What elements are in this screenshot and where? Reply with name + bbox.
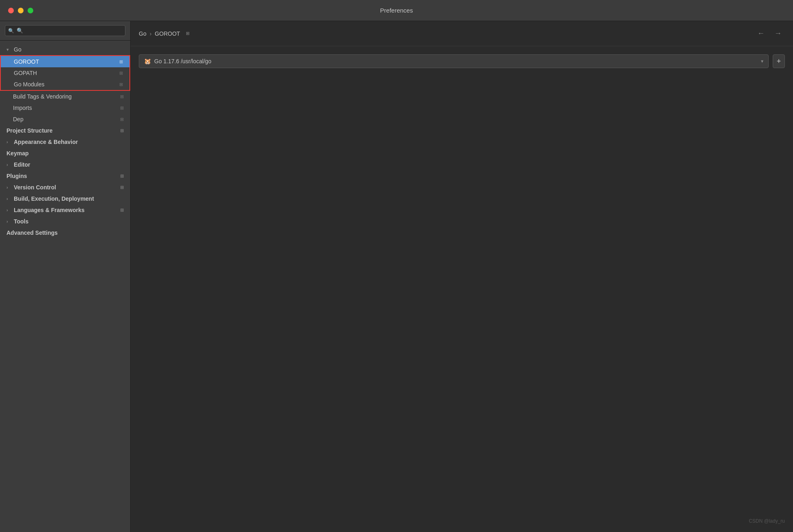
- chevron-right-icon: ›: [6, 162, 11, 167]
- content-body: 🐹 Go 1.17.6 /usr/local/go ▾ +: [131, 46, 793, 532]
- watermark: CSDN @lady_ru: [749, 518, 785, 524]
- sdk-select-left: 🐹 Go 1.17.6 /usr/local/go: [144, 58, 211, 64]
- sidebar-item-label: Tools: [14, 218, 28, 225]
- sidebar-item-label: Advanced Settings: [6, 230, 58, 236]
- settings-icon: ⊞: [120, 117, 124, 122]
- sidebar-item-go[interactable]: ▾ Go: [0, 44, 130, 55]
- sidebar-item-label: Languages & Frameworks: [14, 207, 84, 213]
- sidebar-item-editor[interactable]: › Editor: [0, 159, 130, 170]
- sidebar-item-label: Go: [14, 46, 22, 53]
- maximize-button[interactable]: [28, 8, 33, 13]
- sdk-row: 🐹 Go 1.17.6 /usr/local/go ▾ +: [139, 54, 785, 68]
- sdk-add-button[interactable]: +: [773, 54, 785, 68]
- sidebar-item-go-modules[interactable]: Go Modules ⊞: [1, 79, 129, 90]
- sidebar-item-label: Build Tags & Vendoring: [13, 93, 72, 100]
- sidebar-item-imports[interactable]: Imports ⊞: [0, 102, 130, 114]
- search-input[interactable]: [5, 25, 125, 36]
- search-box: 🔍: [0, 21, 130, 41]
- titlebar-buttons: [8, 8, 33, 13]
- breadcrumb-goroot: GOROOT: [155, 30, 180, 37]
- sidebar-tree: ▾ Go GOROOT ⊞ GOPATH ⊞ Go Modules ⊞: [0, 41, 130, 532]
- sidebar-item-label: Go Modules: [14, 81, 44, 88]
- sidebar-item-label: GOPATH: [14, 70, 37, 76]
- settings-icon: ⊞: [120, 185, 124, 190]
- content-area: Go › GOROOT ⊞ ← → 🐹 Go 1.17.6 /usr/local…: [131, 21, 793, 532]
- sidebar-item-project-structure[interactable]: Project Structure ⊞: [0, 125, 130, 136]
- settings-icon: ⊞: [119, 71, 123, 76]
- sidebar-item-build-tags[interactable]: Build Tags & Vendoring ⊞: [0, 91, 130, 102]
- settings-icon: ⊞: [119, 59, 123, 64]
- sidebar-item-advanced-settings[interactable]: Advanced Settings: [0, 227, 130, 238]
- sidebar-item-goroot[interactable]: GOROOT ⊞: [1, 56, 129, 67]
- sidebar-item-gopath[interactable]: GOPATH ⊞: [1, 67, 129, 79]
- go-icon: 🐹: [144, 58, 151, 64]
- sidebar-item-plugins[interactable]: Plugins ⊞: [0, 170, 130, 182]
- back-button[interactable]: ←: [754, 28, 768, 39]
- sidebar-item-label: Imports: [13, 105, 32, 111]
- settings-icon: ⊞: [120, 128, 124, 133]
- sidebar-item-label: Version Control: [14, 184, 56, 191]
- settings-icon: ⊞: [120, 174, 124, 179]
- chevron-right-icon: ›: [6, 196, 11, 201]
- chevron-right-icon: ›: [6, 185, 11, 190]
- breadcrumb-icon: ⊞: [186, 31, 190, 36]
- minimize-button[interactable]: [18, 8, 24, 13]
- window-title: Preferences: [380, 7, 413, 14]
- sidebar-item-label: Build, Execution, Deployment: [14, 195, 94, 202]
- settings-icon: ⊞: [120, 94, 124, 99]
- chevron-right-icon: ›: [6, 219, 11, 224]
- close-button[interactable]: [8, 8, 14, 13]
- sidebar-item-languages-frameworks[interactable]: › Languages & Frameworks ⊞: [0, 204, 130, 216]
- sidebar-item-keymap[interactable]: Keymap: [0, 148, 130, 159]
- sidebar-item-label: Project Structure: [6, 127, 53, 134]
- chevron-down-icon: ▾: [6, 47, 11, 52]
- sidebar-item-dep[interactable]: Dep ⊞: [0, 114, 130, 125]
- sidebar-item-label: Plugins: [6, 173, 27, 179]
- sidebar-item-tools[interactable]: › Tools: [0, 216, 130, 227]
- main-container: 🔍 ▾ Go GOROOT ⊞ GOPATH ⊞: [0, 21, 793, 532]
- settings-icon: ⊞: [120, 105, 124, 111]
- search-icon: 🔍: [8, 28, 14, 34]
- sidebar-item-version-control[interactable]: › Version Control ⊞: [0, 182, 130, 193]
- sdk-label: Go 1.17.6 /usr/local/go: [154, 58, 211, 64]
- sidebar-item-label: Dep: [13, 116, 24, 122]
- sdk-select[interactable]: 🐹 Go 1.17.6 /usr/local/go ▾: [139, 54, 769, 68]
- settings-icon: ⊞: [119, 82, 123, 87]
- red-outline-group: GOROOT ⊞ GOPATH ⊞ Go Modules ⊞: [0, 55, 130, 91]
- dropdown-arrow-icon: ▾: [761, 58, 763, 64]
- breadcrumb-separator: ›: [150, 30, 152, 37]
- content-header: Go › GOROOT ⊞ ← →: [131, 21, 793, 46]
- sidebar-item-label: Appearance & Behavior: [14, 139, 78, 145]
- chevron-right-icon: ›: [6, 208, 11, 212]
- settings-icon: ⊞: [120, 208, 124, 213]
- sidebar-item-build-execution[interactable]: › Build, Execution, Deployment: [0, 193, 130, 204]
- sidebar-item-label: Editor: [14, 161, 30, 168]
- breadcrumb-go: Go: [139, 30, 147, 37]
- titlebar: Preferences: [0, 0, 793, 21]
- sidebar-item-label: GOROOT: [14, 58, 39, 65]
- sidebar: 🔍 ▾ Go GOROOT ⊞ GOPATH ⊞: [0, 21, 131, 532]
- breadcrumb: Go › GOROOT ⊞: [139, 30, 190, 37]
- forward-button[interactable]: →: [771, 28, 785, 39]
- search-wrapper: 🔍: [5, 25, 125, 36]
- chevron-right-icon: ›: [6, 139, 11, 144]
- sidebar-item-label: Keymap: [6, 150, 28, 157]
- header-nav: ← →: [754, 28, 785, 39]
- sidebar-item-appearance-behavior[interactable]: › Appearance & Behavior: [0, 136, 130, 148]
